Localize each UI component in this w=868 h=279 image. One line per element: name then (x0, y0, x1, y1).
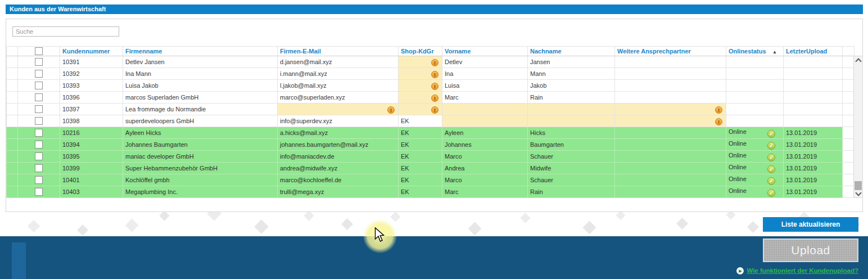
diamond-decoration (676, 218, 688, 230)
table-row[interactable]: 10392Ina Manni.mann@mail.xyz!InaMann (7, 68, 855, 80)
online-check-icon: ✓ (767, 154, 775, 161)
table-row[interactable]: 10397Lea frommage du Normandie!!! (7, 104, 855, 115)
table-row[interactable]: 10395maniac developer GmbHinfo@maniacdev… (7, 151, 855, 163)
cell-kdgr: EK (399, 139, 442, 151)
cell-nachname: Rain (528, 92, 615, 104)
cell-weitere (615, 174, 726, 186)
select-all-checkbox[interactable] (35, 47, 43, 55)
row-checkbox[interactable] (35, 93, 43, 101)
gutter-cell (7, 104, 18, 115)
table-row[interactable]: 10398superdeveloopers GmbHinfo@superdev.… (7, 115, 855, 127)
warning-icon: ! (431, 106, 438, 114)
gutter-cell (7, 92, 18, 104)
help-link-row: ▶ Wie funktioniert der Kundenupload? (736, 266, 858, 275)
gutter-cell (7, 174, 18, 186)
row-checkbox[interactable] (35, 82, 43, 89)
cell-firma: Lea frommage du Normandie (123, 104, 278, 115)
cell-firma: Ayleen Hicks (123, 127, 278, 139)
row-checkbox-cell (18, 163, 60, 174)
table-row[interactable]: 10399Super Hebammenzubehör GmbHandrea@mi… (7, 163, 855, 174)
cell-vorname: Detlev (442, 56, 528, 68)
col-header-firmenname[interactable]: Firmenname (123, 47, 278, 56)
col-header-kundennummer[interactable]: Kundennummer (60, 47, 123, 56)
warning-icon: ! (715, 106, 722, 114)
cell-nr: 10398 (60, 115, 123, 127)
row-checkbox[interactable] (35, 105, 43, 113)
col-header-shop-kdgr[interactable]: Shop-KdGr (399, 47, 442, 56)
diamond-decoration (582, 220, 596, 234)
cell-email: johannes.baumgarten@mail.xyz (278, 139, 399, 151)
cell-kdgr: ! (399, 68, 442, 80)
upload-button[interactable]: Upload (763, 238, 858, 262)
row-checkbox[interactable] (35, 117, 43, 125)
cell-status: Online✓ (726, 151, 784, 163)
cell-firma: Kochlöffel gmbh (123, 174, 278, 186)
gutter-cell (7, 80, 18, 92)
row-checkbox[interactable] (35, 129, 43, 137)
row-checkbox-cell (18, 104, 60, 115)
table-row[interactable]: 10391Detlev Jansend.jansen@mail.xyz!Detl… (7, 56, 855, 68)
cell-weitere (615, 68, 726, 80)
onlinestatus-label: Onlinestatus (729, 48, 766, 55)
scroll-down-button[interactable] (854, 190, 862, 197)
cell-kdgr: ! (399, 104, 442, 115)
row-checkbox[interactable] (35, 176, 43, 184)
table-row[interactable]: 10216Ayleen Hicksa.hicks@mail.xyzEKAylee… (7, 127, 855, 139)
table-row[interactable]: 10393Luisa Jakobl.jakob@mail.xyz!LuisaJa… (7, 80, 855, 92)
footer-bar: Upload ▶ Wie funktioniert der Kundenuplo… (0, 236, 868, 279)
row-checkbox[interactable] (35, 58, 43, 66)
gutter-header-cell (7, 47, 18, 56)
cell-status (726, 68, 784, 80)
table-row[interactable]: 10401Kochlöffel gmbhmarco@kochloeffel.de… (7, 174, 855, 186)
cell-status (726, 115, 784, 127)
filler-cell (843, 104, 855, 115)
col-header-nachname[interactable]: Nachname (528, 47, 615, 56)
search-input[interactable] (12, 26, 119, 37)
gutter-cell (7, 186, 18, 198)
cell-weitere (615, 80, 726, 92)
col-header-weitere-ansprechpartner[interactable]: Weitere Ansprechpartner (615, 47, 726, 56)
table-row[interactable]: 10403Megaplumbing Inc.trulli@mega.xyzEKM… (7, 186, 855, 198)
scrollbar-thumb[interactable] (855, 181, 862, 190)
col-header-vorname[interactable]: Vorname (442, 47, 528, 56)
row-checkbox[interactable] (35, 70, 43, 78)
scroll-up-button[interactable] (854, 56, 862, 64)
col-header-onlinestatus[interactable]: Onlinestatus ▲ (726, 47, 784, 56)
cell-upload (784, 68, 843, 80)
cell-firma: Super Hebammenzubehör GmbH (123, 163, 278, 174)
cell-status (726, 80, 784, 92)
cell-nachname: Rain (528, 186, 615, 198)
col-header-firmen-e-mail[interactable]: Firmen-E-Mail (278, 47, 399, 56)
cell-nr: 10393 (60, 80, 123, 92)
table-row[interactable]: 10396marcos Superladen GmbHmarco@superla… (7, 92, 855, 104)
chevron-down-icon (855, 190, 861, 196)
cell-kdgr: ! (399, 80, 442, 92)
row-checkbox[interactable] (35, 152, 43, 160)
cell-status (726, 92, 784, 104)
cell-nachname: Hicks (528, 127, 615, 139)
cell-nachname: Mann (528, 68, 615, 80)
cell-firma: Megaplumbing Inc. (123, 186, 278, 198)
gutter-cell (7, 127, 18, 139)
col-header-letzterupload[interactable]: LetzterUpload (784, 47, 843, 56)
row-checkbox-cell (18, 174, 60, 186)
cell-email: info@maniacdev.de (278, 151, 399, 163)
vertical-scrollbar[interactable] (853, 56, 863, 198)
cell-vorname: Marco (442, 151, 528, 163)
cell-weitere (615, 56, 726, 68)
cell-nr: 10401 (60, 174, 123, 186)
refresh-list-button[interactable]: Liste aktualisieren (763, 217, 858, 232)
cell-vorname: Ina (442, 68, 528, 80)
table-row[interactable]: 10394Johannes Baumgartenjohannes.baumgar… (7, 139, 855, 151)
diamond-decoration (304, 210, 314, 220)
gutter-cell (7, 139, 18, 151)
filler-cell (843, 92, 855, 104)
row-checkbox[interactable] (35, 188, 43, 196)
row-checkbox[interactable] (35, 164, 43, 172)
cell-firma: marcos Superladen GmbH (123, 92, 278, 104)
kundenupload-help-link[interactable]: Wie funktioniert der Kundenupload? (747, 267, 858, 274)
cell-upload (784, 56, 843, 68)
row-checkbox[interactable] (35, 141, 43, 148)
cell-weitere (615, 151, 726, 163)
window-titlebar: Kunden aus der Warenwirtschaft (6, 4, 863, 14)
